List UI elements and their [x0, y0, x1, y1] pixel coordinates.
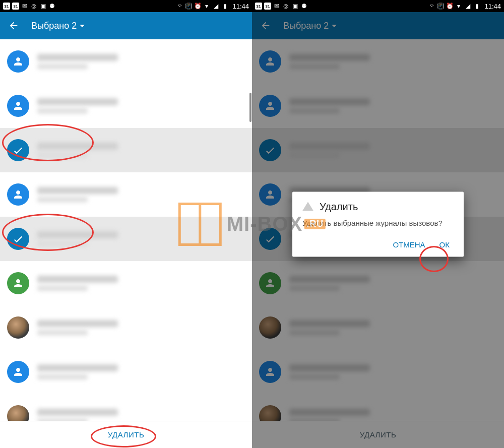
- avatar: [7, 50, 29, 73]
- scrollbar[interactable]: [249, 93, 251, 122]
- list-item[interactable]: [0, 261, 252, 305]
- confirm-dialog: Удалить Удалить выбранные журналы вызово…: [292, 191, 464, 257]
- avatar-photo: [7, 405, 29, 421]
- avatar: [7, 183, 29, 206]
- status-bar: 31 31 ✉ ◎ ▣ ⚉ ⌔ 📳 ⏰ ▾ ◢ ▮ 11:44: [252, 0, 504, 12]
- bluetooth-icon: ⌔: [176, 3, 183, 10]
- check-icon: [7, 139, 29, 161]
- image-icon: ▣: [291, 3, 298, 10]
- bluetooth-icon: ⌔: [428, 3, 435, 10]
- calendar-icon: 31: [264, 3, 271, 10]
- signal-icon: ◢: [464, 3, 471, 10]
- call-log-list[interactable]: [0, 39, 252, 421]
- image-icon: ▣: [39, 3, 46, 10]
- calendar-icon: 31: [3, 3, 10, 10]
- app-title-label: Выбрано 2: [31, 21, 77, 31]
- list-item[interactable]: [0, 394, 252, 421]
- wifi-icon: ▾: [203, 3, 210, 10]
- list-item[interactable]: [0, 172, 252, 217]
- vibrate-icon: 📳: [437, 3, 444, 10]
- alarm-icon: ⏰: [446, 3, 453, 10]
- back-button[interactable]: [8, 20, 19, 31]
- status-bar: 31 31 ✉ ◎ ▣ ⚉ ⌔ 📳 ⏰ ▾ ◢ ▮ 11:44: [0, 0, 252, 12]
- battery-icon: ▮: [221, 3, 228, 10]
- clock: 11:44: [232, 3, 249, 10]
- list-item-selected[interactable]: [0, 128, 252, 172]
- avatar: [7, 272, 29, 294]
- list-item[interactable]: [0, 305, 252, 350]
- incognito-icon: ⚉: [300, 3, 307, 10]
- chevron-down-icon: [80, 25, 85, 27]
- app-icon: ◎: [282, 3, 289, 10]
- clock: 11:44: [484, 3, 501, 10]
- dialog-body: Удалить выбранные журналы вызовов?: [302, 217, 454, 228]
- contact-text: [37, 187, 245, 202]
- list-item[interactable]: [0, 84, 252, 128]
- mail-icon: ✉: [273, 3, 280, 10]
- app-bar: Выбрано 2: [0, 12, 252, 39]
- calendar-icon: 31: [12, 3, 19, 10]
- avatar: [7, 95, 29, 117]
- warning-icon: [302, 202, 313, 211]
- contact-text: [37, 231, 245, 246]
- vibrate-icon: 📳: [185, 3, 192, 10]
- list-item[interactable]: [0, 39, 252, 84]
- cancel-button[interactable]: ОТМЕНА: [393, 240, 425, 248]
- battery-icon: ▮: [473, 3, 480, 10]
- dialog-title: Удалить: [320, 201, 358, 212]
- delete-button[interactable]: УДАЛИТЬ: [108, 430, 144, 439]
- contact-text: [37, 364, 245, 379]
- contact-text: [37, 143, 245, 158]
- calendar-icon: 31: [255, 3, 262, 10]
- avatar: [7, 361, 29, 383]
- contact-text: [37, 98, 245, 113]
- avatar-photo: [7, 316, 29, 339]
- contact-text: [37, 409, 245, 421]
- wifi-icon: ▾: [455, 3, 462, 10]
- ok-button[interactable]: ОК: [439, 240, 450, 248]
- contact-text: [37, 320, 245, 335]
- contact-text: [37, 54, 245, 69]
- selection-count-dropdown[interactable]: Выбрано 2: [31, 21, 85, 31]
- list-item-selected[interactable]: [0, 217, 252, 261]
- app-icon: ◎: [30, 3, 37, 10]
- signal-icon: ◢: [212, 3, 219, 10]
- bottom-bar: УДАЛИТЬ: [0, 421, 252, 448]
- phone-left: 31 31 ✉ ◎ ▣ ⚉ ⌔ 📳 ⏰ ▾ ◢ ▮ 11:44 Выбрано …: [0, 0, 252, 448]
- contact-text: [37, 276, 245, 291]
- alarm-icon: ⏰: [194, 3, 201, 10]
- incognito-icon: ⚉: [48, 3, 55, 10]
- list-item[interactable]: [0, 350, 252, 394]
- mail-icon: ✉: [21, 3, 28, 10]
- phone-right: 31 31 ✉ ◎ ▣ ⚉ ⌔ 📳 ⏰ ▾ ◢ ▮ 11:44 Выбрано …: [252, 0, 504, 448]
- check-icon: [7, 228, 29, 250]
